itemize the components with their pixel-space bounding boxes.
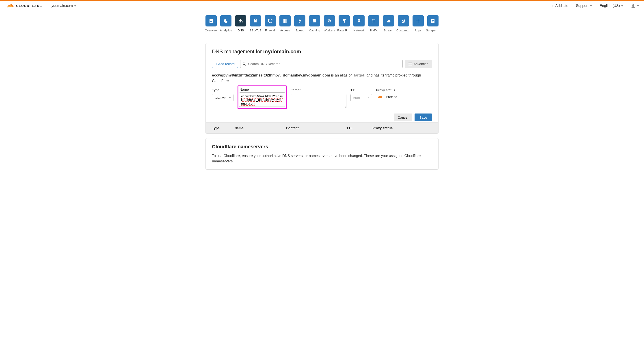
col-proxy: Proxy status xyxy=(372,126,432,130)
domain-selector-label: mydomain.com xyxy=(48,4,72,8)
nav-label: Network xyxy=(353,29,364,32)
svg-point-22 xyxy=(372,20,373,20)
nav-item-dns[interactable]: DNS xyxy=(235,15,246,32)
nav-item-traffic[interactable]: Traffic xyxy=(368,15,379,32)
domain-selector[interactable]: mydomain.com xyxy=(48,4,76,8)
target-input[interactable] xyxy=(291,94,346,108)
nav-label: Custom P… xyxy=(396,29,410,32)
nav-item-customp[interactable]: Custom P… xyxy=(398,15,409,32)
svg-rect-18 xyxy=(313,21,316,21)
svg-rect-4 xyxy=(210,21,212,22)
name-highlight: Name xyxy=(238,86,287,109)
svg-point-26 xyxy=(372,22,373,23)
search-input[interactable] xyxy=(240,60,403,68)
chevron-down-icon xyxy=(637,5,639,7)
nav-icon xyxy=(220,15,232,27)
svg-rect-30 xyxy=(416,21,420,21)
nav-icon xyxy=(206,15,217,27)
nav-label: Workers xyxy=(324,29,335,32)
product-nav: OverviewAnalyticsDNSSSL/TLSFirewallAcces… xyxy=(0,11,644,36)
col-type: Type xyxy=(212,126,234,130)
nav-item-stream[interactable]: Stream xyxy=(383,15,394,32)
nav-icon xyxy=(412,15,424,27)
proxied-cloud-icon xyxy=(376,95,383,99)
svg-rect-9 xyxy=(242,22,243,23)
nav-label: Stream xyxy=(384,29,394,32)
svg-rect-32 xyxy=(432,20,434,20)
nav-label: Access xyxy=(280,29,290,32)
chevron-down-icon xyxy=(367,97,370,98)
language-menu[interactable]: English (US) xyxy=(600,4,624,8)
svg-rect-33 xyxy=(432,21,434,21)
name-input[interactable] xyxy=(239,92,285,107)
target-label: Target xyxy=(291,88,346,92)
nav-icon xyxy=(280,15,291,27)
nav-item-workers[interactable]: Workers xyxy=(324,15,335,32)
nav-item-access[interactable]: Access xyxy=(280,15,291,32)
chevron-down-icon xyxy=(229,97,231,98)
nav-label: Speed xyxy=(295,29,304,32)
chevron-down-icon xyxy=(590,5,592,7)
svg-rect-39 xyxy=(408,64,409,64)
svg-rect-16 xyxy=(286,19,286,23)
svg-rect-3 xyxy=(210,21,212,21)
svg-rect-31 xyxy=(431,19,434,23)
nav-label: SSL/TLS xyxy=(250,29,262,32)
nav-label: DNS xyxy=(238,29,244,32)
nav-icon xyxy=(309,15,320,27)
svg-point-24 xyxy=(372,21,373,21)
nav-item-analytics[interactable]: Analytics xyxy=(220,15,232,32)
advanced-button[interactable]: Advanced xyxy=(405,60,432,68)
brand-logo[interactable]: CLOUDFLARE xyxy=(5,3,42,8)
nav-item-overview[interactable]: Overview xyxy=(206,15,217,32)
name-label: Name xyxy=(239,88,285,92)
chevron-down-icon xyxy=(621,5,624,7)
col-content: Content xyxy=(286,126,346,130)
nameservers-panel: Cloudflare nameservers To use Cloudflare… xyxy=(206,138,438,170)
nav-icon xyxy=(383,15,394,27)
nameservers-body: To use Cloudflare, ensure your authorita… xyxy=(212,153,432,164)
advanced-label: Advanced xyxy=(414,62,428,66)
svg-rect-7 xyxy=(239,22,240,23)
svg-rect-23 xyxy=(373,20,375,20)
nav-icon xyxy=(353,15,364,27)
add-record-button[interactable]: +Add record xyxy=(212,60,238,68)
nav-icon xyxy=(398,15,409,27)
cancel-button[interactable]: Cancel xyxy=(394,114,412,121)
ttl-value: Auto xyxy=(353,96,360,100)
ttl-select[interactable]: Auto xyxy=(350,94,372,101)
add-site-button[interactable]: + Add site xyxy=(552,4,568,8)
nav-item-firewall[interactable]: Firewall xyxy=(265,15,276,32)
support-menu[interactable]: Support xyxy=(576,4,592,8)
proxy-toggle[interactable]: Proxied xyxy=(376,94,397,99)
nameservers-title: Cloudflare nameservers xyxy=(212,144,432,150)
nav-icon xyxy=(250,15,261,27)
svg-rect-38 xyxy=(410,63,412,63)
nav-item-caching[interactable]: Caching xyxy=(309,15,320,32)
nav-item-pagerules[interactable]: Page Rules xyxy=(338,15,350,32)
svg-rect-6 xyxy=(240,19,241,20)
type-select[interactable]: CNAME xyxy=(212,94,234,101)
nav-label: Traffic xyxy=(370,29,378,32)
nav-item-network[interactable]: Network xyxy=(353,15,364,32)
nav-item-speed[interactable]: Speed xyxy=(294,15,306,32)
user-menu[interactable] xyxy=(631,4,639,8)
nav-label: Caching xyxy=(309,29,320,32)
nav-icon xyxy=(368,15,379,27)
record-info-text: eccwgbvm46mzihfdaz2mhselt32fhm57._domain… xyxy=(212,73,432,84)
col-name: Name xyxy=(234,126,286,130)
nav-item-ssltls[interactable]: SSL/TLS xyxy=(250,15,261,32)
svg-rect-40 xyxy=(410,64,412,64)
svg-rect-37 xyxy=(408,63,409,63)
nav-item-apps[interactable]: Apps xyxy=(412,15,424,32)
svg-rect-42 xyxy=(410,65,412,65)
save-button[interactable]: Save xyxy=(414,114,432,121)
brand-text: CLOUDFLARE xyxy=(16,4,42,8)
add-site-label: Add site xyxy=(555,4,568,8)
language-label: English (US) xyxy=(600,4,620,8)
svg-rect-27 xyxy=(373,22,375,22)
proxy-label: Proxy status xyxy=(376,88,397,92)
svg-point-21 xyxy=(358,20,360,21)
type-label: Type xyxy=(212,88,234,92)
nav-item-scrapes[interactable]: Scrape S… xyxy=(427,15,438,32)
